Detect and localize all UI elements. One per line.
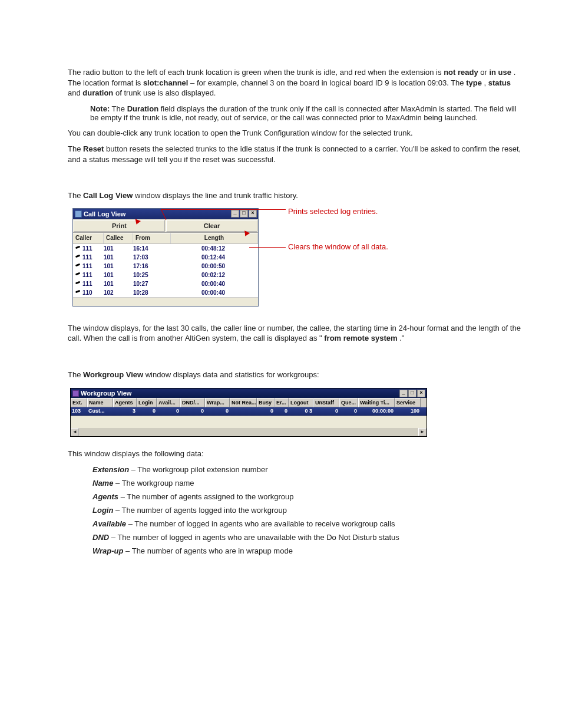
cell: 101 — [104, 244, 133, 253]
text-strong: Reset — [83, 144, 104, 153]
cell: 3 — [113, 407, 137, 416]
text-strong: Call Log View — [83, 191, 133, 200]
print-button[interactable]: Print — [74, 220, 165, 232]
cell: 0 3 — [289, 407, 313, 416]
col-unstaff[interactable]: UnStaff — [313, 398, 339, 407]
cell: 00:00:40 — [171, 288, 256, 297]
paragraph: The window displays, for the last 30 cal… — [68, 323, 524, 344]
col-name[interactable]: Name — [87, 398, 113, 407]
cell: 00:00:00 — [358, 407, 395, 416]
col-wrap[interactable]: Wrap... — [205, 398, 230, 407]
table-row[interactable]: 11110117:1600:00:50 — [73, 262, 258, 271]
maximize-icon[interactable]: □ — [408, 390, 416, 397]
list-item: DND – The number of logged in agents who… — [92, 533, 524, 542]
cell: 16:14 — [133, 244, 171, 253]
cell: Cust... — [87, 407, 113, 416]
titlebar: Workgroup View _ □ × — [71, 388, 427, 398]
col-callee[interactable]: Callee — [104, 233, 133, 243]
field-definitions: Extension – The workgroup pilot extensio… — [92, 465, 524, 555]
cell: 101 — [104, 279, 133, 288]
col-waiting[interactable]: Waiting Ti... — [358, 398, 395, 407]
text-strong: Duration — [127, 104, 158, 113]
desc: – The number of logged in agents who are… — [126, 519, 395, 528]
table-row[interactable]: 103 Cust... 3 0 0 0 0 0 0 0 3 0 0 00:00:… — [71, 407, 427, 416]
cell: 0 — [180, 407, 205, 416]
term: Available — [92, 519, 126, 528]
term: Extension — [92, 465, 129, 474]
table-header: Ext. Name Agents Login Avail... DND/... … — [71, 398, 427, 407]
list-item: Extension – The workgroup pilot extensio… — [92, 465, 524, 474]
table-row[interactable]: 11110116:1400:48:12 — [73, 244, 258, 253]
term: Login — [92, 506, 113, 515]
clear-button[interactable]: Clear — [166, 220, 257, 232]
col-logout[interactable]: Logout — [289, 398, 313, 407]
paragraph: The Reset button resets the selected tru… — [68, 144, 524, 164]
close-icon[interactable]: × — [417, 390, 425, 397]
cell: 0 — [257, 407, 275, 416]
col-caller[interactable]: Caller — [73, 233, 104, 243]
close-icon[interactable]: × — [249, 210, 257, 218]
scrollbar[interactable]: ◄ ► — [71, 428, 427, 436]
cell: 10:27 — [133, 279, 171, 288]
minimize-icon[interactable]: _ — [231, 210, 239, 218]
text: window displays data and statistics for … — [146, 370, 319, 379]
cell: 00:00:40 — [171, 279, 256, 288]
text: The window displays, for the last 30 cal… — [68, 324, 521, 343]
cell: 102 — [104, 288, 133, 297]
phone-icon — [75, 246, 81, 251]
term: Wrap-up — [92, 546, 123, 555]
col-error[interactable]: Er... — [275, 398, 289, 407]
note-block: Note: The Duration field displays the du… — [90, 104, 524, 122]
col-ext[interactable]: Ext. — [71, 398, 87, 407]
app-icon — [72, 390, 79, 397]
text-strong: not ready — [444, 68, 478, 77]
text: or — [480, 68, 489, 77]
col-service[interactable]: Service — [395, 398, 421, 407]
scroll-right-icon[interactable]: ► — [418, 428, 427, 436]
window-title: Workgroup View — [81, 390, 131, 397]
minimize-icon[interactable]: _ — [399, 390, 408, 397]
col-agents[interactable]: Agents — [113, 398, 137, 407]
col-avail[interactable]: Avail... — [157, 398, 180, 407]
table-row[interactable]: 11110110:2500:02:12 — [73, 271, 258, 279]
col-queue[interactable]: Que... — [339, 398, 358, 407]
text: The — [112, 104, 127, 113]
text: – for example, channel 3 on the board in… — [190, 78, 466, 87]
cell: 00:02:12 — [171, 271, 256, 279]
text: The — [68, 370, 83, 379]
col-notready[interactable]: Not Rea... — [230, 398, 257, 407]
cell: 111 — [75, 244, 104, 253]
text: button resets the selected trunks to the… — [68, 144, 521, 164]
text: window displays the line and trunk traff… — [135, 191, 298, 200]
cell: 101 — [104, 271, 133, 279]
table-row[interactable]: 11110117:0300:12:44 — [73, 253, 258, 262]
cell: 110 — [75, 288, 104, 297]
maximize-icon[interactable]: □ — [240, 210, 248, 218]
paragraph: The Workgroup View window displays data … — [68, 370, 524, 380]
text-strong: duration — [82, 88, 113, 97]
annotation-clear: Clears the window of all data. — [288, 242, 388, 251]
phone-icon — [75, 281, 81, 286]
table-header: Caller Callee From Length — [73, 233, 258, 244]
desc: – The workgroup pilot extension number — [129, 465, 267, 474]
col-busy[interactable]: Busy — [257, 398, 275, 407]
table-row[interactable]: 11110110:2700:00:40 — [73, 279, 258, 288]
col-login[interactable]: Login — [137, 398, 157, 407]
term: Agents — [92, 492, 118, 501]
empty-area — [71, 416, 427, 428]
cell: 111 — [75, 271, 104, 279]
text-strong: status — [488, 78, 511, 87]
text: of trunk use is also displayed. — [115, 88, 216, 97]
text-strong: in use — [489, 68, 511, 77]
paragraph: The Call Log View window displays the li… — [68, 190, 524, 201]
workgroup-window: Workgroup View _ □ × Ext. Name Agents Lo… — [70, 388, 427, 437]
col-from[interactable]: From — [133, 233, 171, 243]
col-dnd[interactable]: DND/... — [180, 398, 205, 407]
term: DND — [92, 533, 109, 542]
cell: 00:48:12 — [171, 244, 256, 253]
table-row[interactable]: 11010210:2800:00:40 — [73, 288, 258, 297]
cell: 101 — [104, 253, 133, 262]
scroll-left-icon[interactable]: ◄ — [71, 428, 79, 436]
cell: 111 — [75, 253, 104, 262]
text: , — [484, 78, 488, 87]
